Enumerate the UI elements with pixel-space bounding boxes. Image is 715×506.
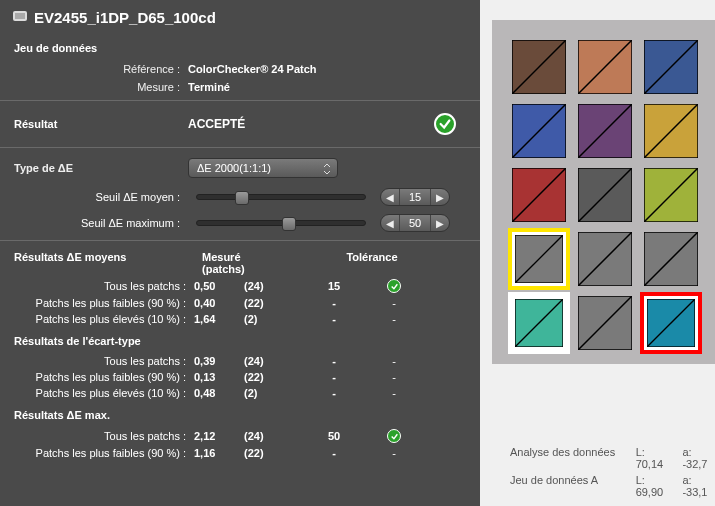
threshold-mean-label: Seuil ΔE moyen :	[14, 191, 188, 203]
row-label: Patchs les plus faibles (90 %) :	[14, 447, 194, 459]
result-value: ACCEPTÉ	[188, 117, 308, 131]
row-status: -	[392, 387, 396, 399]
row-label: Tous les patchs :	[14, 280, 194, 292]
result-ok-icon	[434, 113, 456, 135]
chevron-updown-icon	[323, 163, 331, 177]
row-label: Tous les patchs :	[14, 430, 194, 442]
row-count: (22)	[244, 447, 294, 459]
stepper-down-button[interactable]: ◀	[381, 214, 399, 232]
page-title: EV2455_i1DP_D65_100cd	[34, 9, 216, 26]
row-label: Patchs les plus faibles (90 %) :	[14, 371, 194, 383]
color-swatch[interactable]	[644, 296, 698, 350]
threshold-max-value: 50	[399, 214, 431, 232]
row-status: -	[392, 297, 396, 309]
row-tolerance: 50	[294, 430, 374, 442]
analysis-L-2: L: 69,90	[636, 474, 671, 498]
measure-value: Terminé	[188, 81, 466, 93]
row-count: (22)	[244, 297, 294, 309]
color-swatch[interactable]	[644, 168, 698, 222]
analysis-a-2: a: -33,1	[682, 474, 715, 498]
max-results-heading: Résultats ΔE max.	[0, 401, 480, 427]
profile-icon	[12, 8, 28, 26]
row-label: Patchs les plus élevés (10 %) :	[14, 387, 194, 399]
reference-label: Référence :	[14, 63, 188, 75]
table-row: Tous les patchs :0,50(24)15	[0, 277, 480, 295]
color-swatch[interactable]	[512, 40, 566, 94]
row-count: (2)	[244, 313, 294, 325]
row-count: (22)	[244, 371, 294, 383]
check-icon	[387, 429, 401, 443]
col-tolerance: Tolérance	[332, 251, 412, 275]
color-swatch[interactable]	[578, 296, 632, 350]
row-value: 0,50	[194, 280, 244, 292]
dataset-heading: Jeu de données	[0, 36, 480, 60]
color-swatch[interactable]	[644, 232, 698, 286]
de-type-label: Type de ΔE	[14, 162, 188, 174]
row-tolerance: 15	[294, 280, 374, 292]
color-swatch[interactable]	[578, 232, 632, 286]
threshold-mean-stepper[interactable]: ◀ 15 ▶	[380, 188, 450, 206]
row-value: 0,13	[194, 371, 244, 383]
threshold-max-stepper[interactable]: ◀ 50 ▶	[380, 214, 450, 232]
color-swatch[interactable]	[512, 232, 566, 286]
row-tolerance: -	[294, 313, 374, 325]
threshold-max-slider[interactable]	[196, 220, 366, 226]
row-status: -	[392, 371, 396, 383]
stepper-up-button[interactable]: ▶	[431, 214, 449, 232]
row-value: 0,40	[194, 297, 244, 309]
check-icon	[387, 279, 401, 293]
row-label: Tous les patchs :	[14, 355, 194, 367]
std-results-heading: Résultats de l'écart-type	[0, 327, 480, 353]
row-value: 2,12	[194, 430, 244, 442]
swatch-panel	[492, 20, 715, 364]
color-swatch[interactable]	[578, 168, 632, 222]
row-tolerance: -	[294, 297, 374, 309]
analysis-L-1: L: 70,14	[636, 446, 671, 470]
row-value: 1,64	[194, 313, 244, 325]
color-swatch[interactable]	[578, 40, 632, 94]
color-swatch[interactable]	[644, 104, 698, 158]
threshold-max-label: Seuil ΔE maximum :	[14, 217, 188, 229]
reference-value: ColorChecker® 24 Patch	[188, 63, 466, 75]
row-tolerance: -	[294, 355, 374, 367]
mean-results-heading: Résultats ΔE moyens	[14, 251, 202, 275]
table-row: Tous les patchs :0,39(24)--	[0, 353, 480, 369]
row-tolerance: -	[294, 371, 374, 383]
color-swatch[interactable]	[512, 104, 566, 158]
analysis-a-1: a: -32,7	[682, 446, 715, 470]
table-row: Patchs les plus faibles (90 %) :0,40(22)…	[0, 295, 480, 311]
row-count: (2)	[244, 387, 294, 399]
row-value: 0,48	[194, 387, 244, 399]
stepper-down-button[interactable]: ◀	[381, 188, 399, 206]
row-count: (24)	[244, 280, 294, 292]
table-row: Patchs les plus élevés (10 %) :1,64(2)--	[0, 311, 480, 327]
row-status: -	[392, 355, 396, 367]
row-count: (24)	[244, 430, 294, 442]
row-status: -	[392, 313, 396, 325]
table-row: Patchs les plus faibles (90 %) :0,13(22)…	[0, 369, 480, 385]
analysis-label-2: Jeu de données A	[510, 474, 624, 498]
color-swatch[interactable]	[578, 104, 632, 158]
de-type-select[interactable]: ΔE 2000(1:1:1)	[188, 158, 338, 178]
color-swatch[interactable]	[644, 40, 698, 94]
row-label: Patchs les plus élevés (10 %) :	[14, 313, 194, 325]
color-swatch[interactable]	[512, 296, 566, 350]
analysis-label-1: Analyse des données	[510, 446, 624, 470]
threshold-mean-slider[interactable]	[196, 194, 366, 200]
row-count: (24)	[244, 355, 294, 367]
row-value: 0,39	[194, 355, 244, 367]
row-status: -	[392, 447, 396, 459]
svg-rect-1	[15, 13, 25, 19]
row-tolerance: -	[294, 387, 374, 399]
table-row: Patchs les plus faibles (90 %) :1,16(22)…	[0, 445, 480, 461]
stepper-up-button[interactable]: ▶	[431, 188, 449, 206]
color-swatch[interactable]	[512, 168, 566, 222]
threshold-mean-value: 15	[399, 188, 431, 206]
row-tolerance: -	[294, 447, 374, 459]
table-row: Tous les patchs :2,12(24)50	[0, 427, 480, 445]
row-value: 1,16	[194, 447, 244, 459]
de-type-value: ΔE 2000(1:1:1)	[197, 162, 271, 174]
result-label: Résultat	[14, 118, 188, 130]
measure-label: Mesure :	[14, 81, 188, 93]
row-label: Patchs les plus faibles (90 %) :	[14, 297, 194, 309]
